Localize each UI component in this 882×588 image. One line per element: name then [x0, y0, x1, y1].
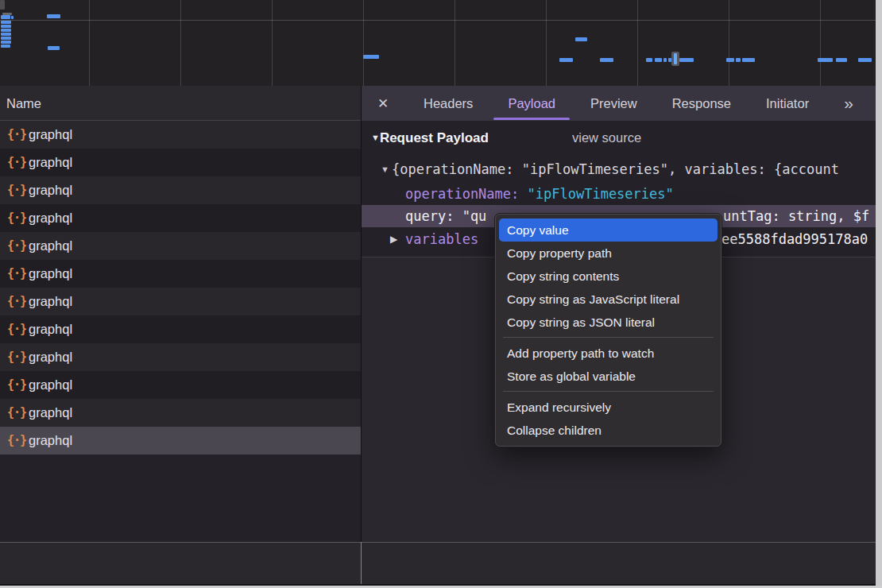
request-name-label: graphql — [29, 232, 72, 260]
property-value: "ipFlowTimeseries" — [528, 186, 674, 202]
more-tabs-chevron-icon[interactable]: » — [844, 86, 852, 121]
request-timing-bar — [1, 29, 11, 32]
request-timing-bar — [1, 15, 10, 19]
request-row[interactable]: {·}graphql — [0, 204, 361, 232]
request-row[interactable]: {·}graphql — [0, 232, 361, 260]
request-row[interactable]: {·}graphql — [0, 371, 361, 399]
menu-item-store-as-global-variable[interactable]: Store as global variable — [499, 365, 718, 388]
request-timing-bar — [736, 58, 741, 62]
request-timing-bar — [836, 58, 847, 62]
timeline-gridline — [0, 20, 876, 21]
request-timing-bar — [559, 58, 573, 62]
query-value-right-fragment: untTag: string, $f — [723, 205, 869, 227]
menu-item-expand-recursively[interactable]: Expand recursively — [499, 396, 718, 419]
request-timing-bar — [1, 21, 11, 24]
request-payload-header[interactable]: ▼Request Payload view source — [371, 127, 876, 148]
request-name-label: graphql — [29, 260, 72, 288]
request-name-label: graphql — [29, 315, 72, 343]
footer-divider — [361, 542, 362, 584]
timeline-gridline — [820, 0, 821, 86]
request-row[interactable]: {·}graphql — [0, 399, 361, 427]
request-row[interactable]: {·}graphql — [0, 260, 361, 288]
request-row[interactable]: {·}graphql — [0, 121, 361, 149]
view-source-link[interactable]: view source — [572, 127, 641, 148]
json-braces-icon: {·} — [7, 399, 26, 427]
request-timing-bar — [48, 46, 60, 50]
request-name-label: graphql — [29, 399, 72, 427]
tab-payload[interactable]: Payload — [508, 96, 555, 111]
request-row[interactable]: {·}graphql — [0, 427, 361, 455]
request-name-label: graphql — [29, 149, 72, 176]
json-braces-icon: {·} — [7, 149, 26, 176]
request-list-panel: Name {·}graphql{·}graphql{·}graphql{·}gr… — [0, 86, 361, 542]
timeline-gridline — [180, 0, 181, 86]
variables-value-right-fragment: ee5588fdad995178a0 — [721, 229, 868, 250]
json-braces-icon: {·} — [7, 204, 26, 232]
request-timing-bar — [742, 58, 755, 62]
menu-separator — [503, 337, 714, 338]
timeline-gridline — [637, 0, 638, 86]
menu-item-collapse-children[interactable]: Collapse children — [499, 419, 718, 442]
menu-item-copy-string-as-json-literal[interactable]: Copy string as JSON literal — [499, 311, 718, 334]
network-overview-timeline[interactable] — [0, 0, 876, 86]
request-row[interactable]: {·}graphql — [0, 149, 361, 176]
panel-split-divider[interactable] — [361, 86, 362, 542]
json-braces-icon: {·} — [7, 315, 26, 343]
detail-tabbar: ✕HeadersPayloadPreviewResponseInitiator» — [362, 86, 876, 121]
json-braces-icon: {·} — [7, 121, 26, 149]
property-key: operationName: "ipFlowTimeseries" — [405, 184, 674, 204]
menu-item-copy-string-as-javascript-literal[interactable]: Copy string as JavaScript literal — [499, 288, 718, 311]
devtools-screenshot: Name {·}graphql{·}graphql{·}graphql{·}gr… — [0, 0, 882, 588]
request-timing-bar — [1, 44, 10, 48]
json-braces-icon: {·} — [7, 176, 26, 204]
json-braces-icon: {·} — [7, 427, 26, 455]
timeline-gridline — [89, 0, 90, 86]
tab-initiator[interactable]: Initiator — [766, 96, 809, 111]
request-timing-bar — [646, 58, 652, 62]
tab-response[interactable]: Response — [672, 96, 731, 111]
request-timing-bar — [1, 41, 11, 44]
timeline-gridline — [546, 0, 547, 86]
request-row[interactable]: {·}graphql — [0, 288, 361, 315]
json-braces-icon: {·} — [7, 288, 26, 315]
request-row[interactable]: {·}graphql — [0, 343, 361, 371]
request-name-label: graphql — [29, 343, 72, 371]
expand-triangle-icon[interactable]: ▶ — [390, 229, 397, 250]
request-name-label: graphql — [29, 121, 72, 149]
menu-item-copy-value[interactable]: Copy value — [499, 219, 718, 242]
request-timing-bar — [1, 33, 11, 36]
request-row[interactable]: {·}graphql — [0, 176, 361, 204]
request-name-label: graphql — [29, 427, 72, 455]
devtools-network-panel: Name {·}graphql{·}graphql{·}graphql{·}gr… — [0, 0, 876, 586]
screenshot-edge — [876, 0, 882, 588]
menu-item-copy-string-contents[interactable]: Copy string contents — [499, 265, 718, 288]
close-icon[interactable]: ✕ — [377, 95, 389, 112]
timeline-gridline — [729, 0, 729, 86]
payload-root-preview: {operationName: "ipFlowTimeseries", vari… — [392, 159, 839, 180]
menu-item-add-property-path-to-watch[interactable]: Add property path to watch — [499, 342, 718, 365]
tab-preview[interactable]: Preview — [590, 96, 637, 111]
timeline-gridline — [455, 0, 455, 86]
request-name-label: graphql — [29, 176, 72, 204]
query-value-left-fragment: query: "qu — [405, 205, 486, 227]
request-payload-title: Request Payload — [380, 130, 489, 145]
request-timing-bar — [575, 37, 587, 41]
request-timing-bar — [858, 58, 872, 62]
request-timing-bar — [1, 25, 11, 28]
name-column-header[interactable]: Name — [0, 86, 361, 121]
summary-footer — [0, 542, 876, 584]
context-menu: Copy valueCopy property pathCopy string … — [494, 213, 722, 447]
request-timing-bar — [655, 58, 662, 62]
tab-headers[interactable]: Headers — [424, 96, 473, 111]
json-braces-icon: {·} — [7, 371, 26, 399]
menu-separator — [503, 391, 714, 392]
collapse-triangle-icon[interactable]: ▼ — [381, 159, 389, 180]
timeline-gridline — [363, 0, 364, 86]
request-timing-bar — [11, 16, 14, 19]
menu-item-copy-property-path[interactable]: Copy property path — [499, 242, 718, 265]
payload-operationname-row[interactable]: operationName: "ipFlowTimeseries" — [362, 184, 876, 204]
collapse-triangle-icon[interactable]: ▼ — [371, 133, 380, 142]
request-timing-bar — [818, 58, 833, 62]
request-row[interactable]: {·}graphql — [0, 315, 361, 343]
payload-root-row[interactable]: ▼ {operationName: "ipFlowTimeseries", va… — [362, 159, 876, 180]
